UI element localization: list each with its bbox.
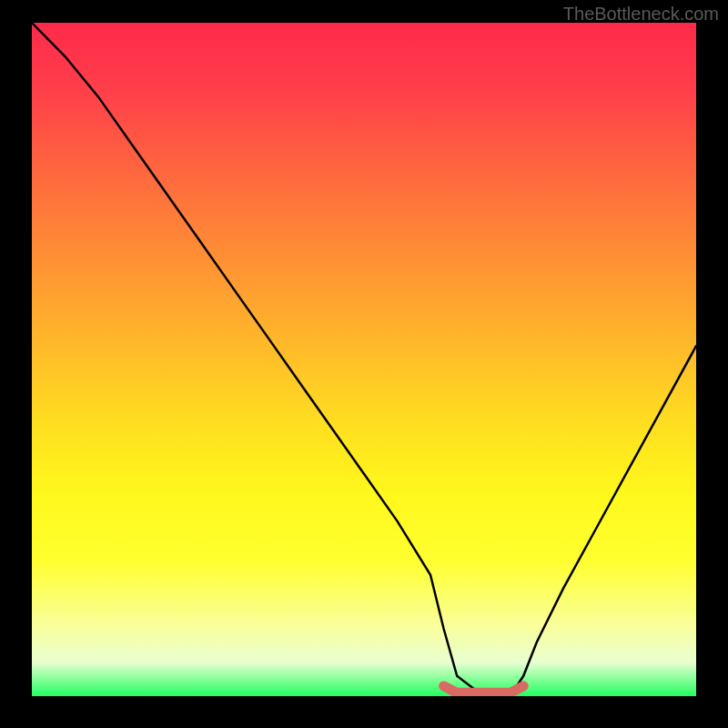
plot-area (32, 23, 696, 696)
highlight-line (444, 686, 524, 693)
chart-svg (32, 23, 696, 696)
curve-line (32, 23, 696, 696)
watermark-text: TheBottleneck.com (563, 4, 719, 25)
